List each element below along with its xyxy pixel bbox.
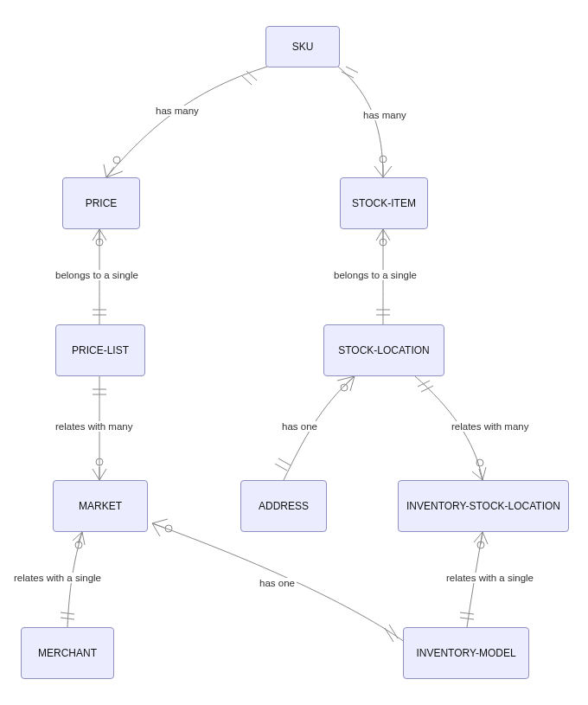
svg-point-12 [96, 239, 103, 246]
svg-line-5 [106, 167, 114, 177]
svg-point-42 [75, 542, 82, 548]
svg-line-39 [472, 471, 483, 480]
svg-line-44 [82, 532, 85, 545]
entity-price-list: PRICE-LIST [55, 324, 145, 376]
er-diagram: SKU PRICE STOCK-ITEM PRICE-LIST STOCK-LO… [0, 0, 588, 705]
label-market-inventory-model: has one [258, 578, 297, 588]
svg-line-6 [342, 72, 354, 78]
svg-line-35 [278, 458, 291, 465]
svg-line-41 [479, 469, 483, 480]
label-stock-location-isl: relates with many [450, 421, 530, 432]
svg-line-31 [337, 376, 355, 381]
svg-line-58 [460, 612, 474, 614]
svg-line-43 [73, 532, 82, 541]
svg-line-33 [343, 376, 355, 387]
svg-line-13 [93, 229, 99, 240]
svg-line-36 [418, 381, 430, 387]
svg-line-27 [93, 469, 99, 480]
label-isl-inventory-model: relates with a single [444, 573, 535, 583]
svg-line-40 [483, 467, 486, 480]
svg-line-52 [385, 628, 393, 642]
svg-line-14 [99, 229, 106, 240]
svg-point-54 [477, 542, 484, 548]
svg-line-46 [61, 612, 74, 614]
label-price-list-market: relates with many [54, 421, 134, 432]
svg-line-37 [421, 386, 433, 392]
entity-market: MARKET [53, 480, 148, 532]
svg-point-18 [380, 239, 387, 246]
entity-sku: SKU [265, 26, 340, 67]
entity-inventory-model: INVENTORY-MODEL [403, 627, 529, 679]
svg-line-59 [460, 618, 474, 619]
svg-line-0 [246, 71, 257, 80]
svg-point-38 [476, 459, 483, 466]
label-sku-stock-item: has many [361, 110, 408, 120]
svg-line-50 [152, 523, 160, 536]
svg-line-10 [383, 166, 392, 177]
entity-stock-item: STOCK-ITEM [340, 177, 428, 229]
svg-line-34 [275, 464, 287, 471]
label-price-price-list: belongs to a single [54, 270, 140, 280]
label-stock-location-address: has one [280, 421, 319, 432]
svg-point-2 [113, 157, 120, 163]
svg-line-19 [376, 229, 383, 240]
svg-point-8 [380, 156, 387, 163]
entity-address: ADDRESS [240, 480, 327, 532]
svg-line-32 [350, 376, 355, 391]
svg-line-51 [152, 523, 164, 528]
label-market-merchant: relates with a single [12, 573, 103, 583]
label-stock-item-stock-location: belongs to a single [332, 270, 419, 280]
svg-line-4 [104, 164, 106, 177]
label-sku-price: has many [154, 106, 201, 116]
svg-line-1 [241, 75, 252, 85]
svg-line-53 [389, 625, 398, 638]
entity-inventory-stock-location: INVENTORY-STOCK-LOCATION [398, 480, 569, 532]
svg-point-26 [96, 458, 103, 465]
svg-line-7 [346, 67, 358, 73]
entity-stock-location: STOCK-LOCATION [323, 324, 444, 376]
svg-line-49 [152, 519, 168, 523]
svg-point-30 [341, 384, 348, 391]
entity-merchant: MERCHANT [21, 627, 114, 679]
svg-line-47 [61, 618, 74, 619]
svg-line-9 [374, 166, 383, 177]
svg-line-57 [481, 532, 483, 544]
svg-line-3 [106, 171, 123, 177]
svg-point-48 [165, 525, 172, 532]
svg-line-55 [474, 532, 483, 542]
entity-price: PRICE [62, 177, 140, 229]
svg-line-28 [99, 469, 106, 480]
svg-line-56 [483, 532, 488, 544]
svg-line-20 [383, 229, 390, 240]
svg-line-45 [78, 532, 82, 543]
